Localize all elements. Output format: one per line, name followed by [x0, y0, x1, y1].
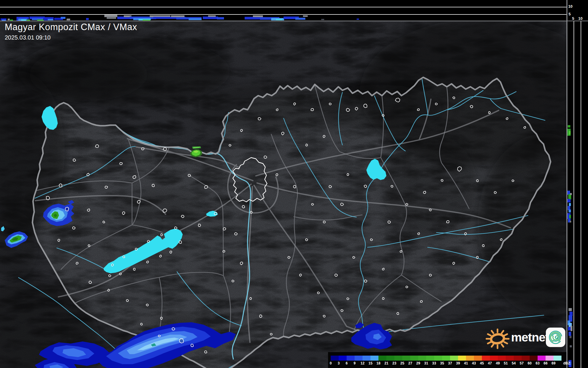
town-outline: [163, 148, 167, 151]
town-outline: [146, 304, 149, 306]
colorbar-tick-label: 63: [534, 361, 541, 365]
town-outline: [476, 180, 478, 182]
town-outline: [524, 127, 526, 129]
town-outline: [317, 292, 319, 294]
colorbar-segment: [331, 356, 339, 361]
colorbar-segment: [538, 356, 546, 361]
profile-echo-pixel: [61, 17, 65, 19]
colorbar-tick-label: 21: [383, 361, 390, 365]
town-outline: [126, 300, 129, 302]
top-gridline-10km: [0, 7, 566, 7]
logo-text: metnet: [511, 331, 549, 344]
colorbar-tick-label: 31: [422, 361, 430, 365]
profile-echo-pixel: [357, 19, 359, 20]
colorbar-segment: [530, 356, 538, 361]
town-outline: [103, 221, 105, 223]
town-outline: [323, 221, 326, 223]
colorbar-segment: [474, 356, 482, 361]
colorbar-tick-label: 33: [430, 361, 438, 365]
colorbar-segment: [498, 356, 506, 361]
colorbar-unit-label: dBZ: [563, 361, 570, 365]
town-outline: [506, 118, 508, 120]
town-outline: [406, 203, 408, 205]
town-outline: [382, 297, 384, 300]
profile-echo-pixel: [203, 17, 218, 19]
profile-echo-pixel: [67, 19, 70, 20]
town-outline: [105, 186, 108, 189]
profile-echo-pixel: [321, 19, 324, 20]
colorbar-tick-label: 41: [462, 361, 470, 365]
town-outline: [163, 209, 167, 212]
top-gridline-5km: [0, 14, 566, 15]
town-outline: [329, 103, 331, 105]
town-outline: [306, 239, 308, 241]
colorbar-tick-label: 45: [478, 361, 486, 365]
colorbar-segment: [402, 356, 410, 361]
town-outline: [397, 313, 398, 315]
town-outline: [347, 298, 349, 300]
dbz-colorbar: 0369121518212325272931333537394143454749…: [328, 352, 566, 368]
profile-echo-pixel: [570, 193, 572, 195]
town-outline: [270, 333, 272, 335]
town-outline: [382, 115, 384, 117]
town-outline: [250, 211, 252, 213]
vmax-top-profile-panel: [0, 0, 566, 21]
town-outline: [429, 209, 431, 211]
colorbar-segment: [434, 356, 442, 361]
town-outline: [441, 179, 443, 181]
profile-echo-pixel: [295, 18, 305, 20]
colorbar-tick-label: 12: [359, 361, 366, 365]
town-outline: [306, 144, 307, 146]
town-outline: [294, 185, 296, 188]
colorbar-segment: [418, 356, 426, 361]
town-outline: [423, 191, 426, 194]
town-outline: [341, 310, 343, 312]
town-outline: [76, 262, 78, 264]
metnet-app-icon: [546, 328, 565, 347]
colorbar-tick-label: 15: [367, 361, 374, 365]
town-outline: [135, 248, 138, 250]
colorbar-tick-label: 49: [494, 361, 502, 365]
colorbar-segment: [378, 356, 386, 361]
profile-echo-pixel: [569, 308, 572, 311]
profile-echo-pixel: [276, 19, 282, 20]
town-outline: [205, 351, 207, 353]
town-outline: [73, 159, 76, 161]
colorbar-segment: [347, 356, 355, 361]
colorbar-tick-label: 23: [391, 361, 398, 365]
town-outline: [172, 328, 175, 330]
colorbar-tick-label: 54: [510, 361, 518, 365]
town-outline: [95, 145, 99, 148]
town-outline: [447, 220, 449, 223]
town-outline: [420, 300, 422, 302]
profile-echo-pixel: [48, 19, 53, 20]
profile-echo-pixel: [569, 131, 571, 135]
colorbar-tick-label: 18: [375, 361, 382, 365]
colorbar-segment: [482, 356, 490, 361]
profile-echo-pixel: [86, 18, 89, 20]
profile-echo-pixel: [107, 17, 116, 19]
town-outline: [400, 251, 402, 253]
top-axis-label-5: 5: [569, 12, 571, 16]
town-outline: [152, 184, 154, 187]
town-outline: [500, 239, 502, 241]
title-block: Magyar Kompozit CMax / VMax 2025.03.01 0…: [5, 22, 137, 41]
profile-echo-pixel: [569, 215, 571, 218]
hungary-map-canvas: [0, 21, 566, 368]
profile-echo-pixel: [217, 17, 224, 19]
right-axis-label-10: 10: [578, 16, 582, 21]
town-outline: [161, 234, 163, 236]
profile-echo-pixel: [569, 210, 571, 212]
colorbar-segment: [386, 356, 394, 361]
profile-echo-pixel: [567, 199, 571, 202]
town-outline: [120, 163, 122, 165]
colorbar-segment: [506, 356, 514, 361]
colorbar-segment: [490, 356, 498, 361]
town-outline: [46, 196, 50, 200]
profile-echo-pixel: [189, 18, 202, 20]
town-outline: [347, 174, 349, 176]
colorbar-tick-label: 57: [518, 361, 526, 365]
town-outline: [312, 203, 314, 205]
profile-echo-pixel: [569, 203, 571, 206]
town-outline: [146, 261, 149, 263]
